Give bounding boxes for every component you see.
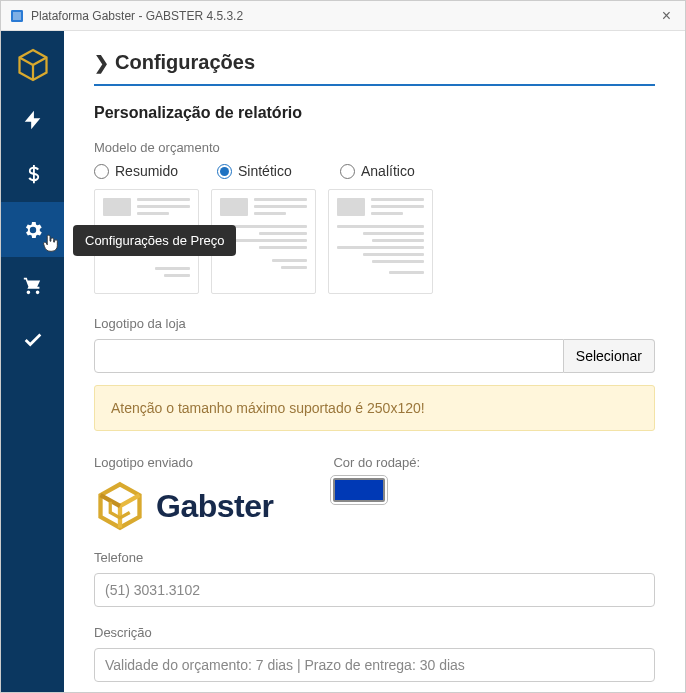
telefone-label: Telefone	[94, 550, 655, 565]
brand-logo: Gabster	[94, 480, 273, 532]
radio-group-model: Resumido Sintético Analítico	[94, 163, 655, 179]
page-title-text: Configurações	[115, 51, 255, 74]
close-icon[interactable]: ×	[656, 7, 677, 25]
logo-upload-label: Logotipo da loja	[94, 316, 655, 331]
radio-sintetico[interactable]: Sintético	[217, 163, 322, 179]
select-button[interactable]: Selecionar	[564, 339, 655, 373]
radio-resumido[interactable]: Resumido	[94, 163, 199, 179]
model-label: Modelo de orçamento	[94, 140, 655, 155]
window-title: Plataforma Gabster - GABSTER 4.5.3.2	[31, 9, 243, 23]
svg-rect-1	[13, 12, 21, 20]
page-title: ❯ Configurações	[94, 51, 655, 86]
chevron-right-icon: ❯	[94, 52, 109, 74]
logo-path-input[interactable]	[94, 339, 564, 373]
tooltip-settings: Configurações de Preço	[73, 225, 236, 256]
cursor-hand-icon	[39, 232, 57, 250]
sidebar-item-check[interactable]	[1, 312, 64, 367]
logo-upload-group: Selecionar	[94, 339, 655, 373]
app-icon	[9, 8, 25, 24]
brand-text: Gabster	[156, 488, 273, 525]
descricao-input[interactable]	[94, 648, 655, 682]
descricao-label: Descrição	[94, 625, 655, 640]
radio-analitico[interactable]: Analítico	[340, 163, 445, 179]
sidebar-item-bolt[interactable]	[1, 92, 64, 147]
preview-analitico[interactable]	[328, 189, 433, 294]
section-title: Personalização de relatório	[94, 104, 655, 122]
footer-color-label: Cor do rodapé:	[333, 455, 420, 470]
sidebar-item-settings[interactable]	[1, 202, 64, 257]
sidebar-item-cart[interactable]	[1, 257, 64, 312]
telefone-input[interactable]	[94, 573, 655, 607]
sidebar	[1, 31, 64, 692]
sidebar-logo[interactable]	[1, 37, 64, 92]
logo-warning: Atenção o tamanho máximo suportado é 250…	[94, 385, 655, 431]
titlebar: Plataforma Gabster - GABSTER 4.5.3.2 ×	[1, 1, 685, 31]
content-area: ❯ Configurações Personalização de relató…	[64, 31, 685, 692]
sidebar-item-dollar[interactable]	[1, 147, 64, 202]
footer-color-swatch[interactable]	[333, 478, 385, 502]
logo-sent-label: Logotipo enviado	[94, 455, 273, 470]
